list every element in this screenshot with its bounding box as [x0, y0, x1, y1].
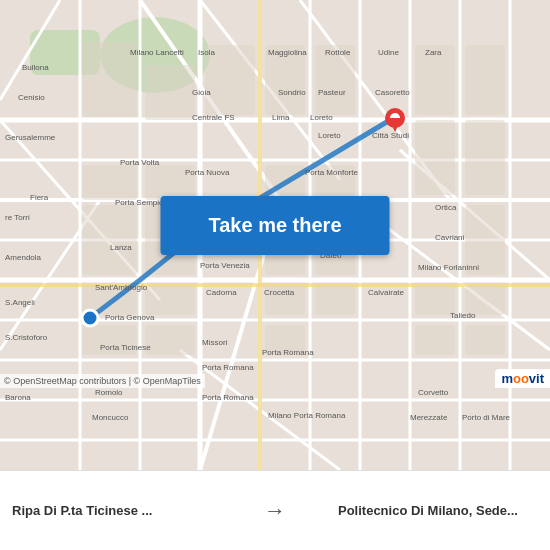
svg-text:Porta Nuova: Porta Nuova	[185, 168, 230, 177]
svg-text:Sant'Ambrogio: Sant'Ambrogio	[95, 283, 148, 292]
moovit-logo: moovit	[495, 369, 550, 388]
svg-rect-61	[465, 325, 505, 355]
svg-text:Isola: Isola	[198, 48, 215, 57]
route-arrow-icon: →	[254, 498, 296, 524]
svg-text:re Torri: re Torri	[5, 213, 30, 222]
svg-text:Loreto: Loreto	[310, 113, 333, 122]
svg-text:Loreto: Loreto	[318, 131, 341, 140]
svg-text:Centrale FS: Centrale FS	[192, 113, 235, 122]
svg-text:Gerusalemme: Gerusalemme	[5, 133, 56, 142]
svg-text:Romolo: Romolo	[95, 388, 123, 397]
svg-text:S.Angeli: S.Angeli	[5, 298, 35, 307]
svg-rect-54	[315, 285, 355, 315]
svg-rect-40	[82, 165, 137, 200]
svg-text:Porta Monforte: Porta Monforte	[305, 168, 358, 177]
svg-text:Merezzate: Merezzate	[410, 413, 448, 422]
svg-text:Pasteur: Pasteur	[318, 88, 346, 97]
moovit-text-orange: oo	[513, 371, 529, 386]
svg-rect-58	[145, 325, 195, 355]
svg-text:Sondrio: Sondrio	[278, 88, 306, 97]
origin-label: Ripa Di P.ta Ticinese ...	[12, 503, 212, 518]
svg-rect-44	[415, 120, 455, 195]
svg-text:Missorì: Missorì	[202, 338, 228, 347]
svg-text:Cenisio: Cenisio	[18, 93, 45, 102]
svg-text:Porto di Mare: Porto di Mare	[462, 413, 511, 422]
svg-text:Rottole: Rottole	[325, 48, 351, 57]
svg-text:Porta Ticinese: Porta Ticinese	[100, 343, 151, 352]
svg-text:Porta Romana: Porta Romana	[262, 348, 314, 357]
svg-rect-33	[82, 42, 137, 117]
svg-text:Crocetta: Crocetta	[264, 288, 295, 297]
svg-text:Maggiolina: Maggiolina	[268, 48, 307, 57]
svg-rect-60	[415, 325, 455, 355]
svg-rect-46	[82, 205, 137, 275]
svg-text:Bullona: Bullona	[22, 63, 49, 72]
svg-rect-34	[145, 65, 195, 120]
svg-text:Lima: Lima	[272, 113, 290, 122]
route-origin: Ripa Di P.ta Ticinese ...	[12, 503, 212, 518]
moovit-text-dark: m	[501, 371, 513, 386]
svg-text:Porta Genova: Porta Genova	[105, 313, 155, 322]
svg-text:Porta Romana: Porta Romana	[202, 393, 254, 402]
svg-text:Città Studi: Città Studi	[372, 131, 409, 140]
svg-text:Milano Porta Romana: Milano Porta Romana	[268, 411, 346, 420]
svg-rect-52	[145, 285, 195, 315]
svg-text:Gioia: Gioia	[192, 88, 211, 97]
svg-text:Porta Romana: Porta Romana	[202, 363, 254, 372]
svg-rect-55	[415, 285, 455, 315]
svg-text:Milano Forlaninni: Milano Forlaninni	[418, 263, 479, 272]
svg-text:Calvairate: Calvairate	[368, 288, 405, 297]
map-attribution: © OpenStreetMap contributors | © OpenMap…	[0, 374, 205, 388]
svg-text:Casoretto: Casoretto	[375, 88, 410, 97]
svg-point-119	[82, 310, 98, 326]
svg-text:Corvetto: Corvetto	[418, 388, 449, 397]
svg-text:Moncucco: Moncucco	[92, 413, 129, 422]
svg-text:Barona: Barona	[5, 393, 31, 402]
moovit-text-dark2: vit	[529, 371, 544, 386]
svg-rect-39	[465, 45, 505, 115]
svg-text:Ortica: Ortica	[435, 203, 457, 212]
svg-text:Amendola: Amendola	[5, 253, 42, 262]
svg-text:Cadorna: Cadorna	[206, 288, 237, 297]
svg-text:Cavriani: Cavriani	[435, 233, 465, 242]
svg-text:S.Cristoforo: S.Cristoforo	[5, 333, 48, 342]
svg-text:Porta Volta: Porta Volta	[120, 158, 160, 167]
svg-rect-45	[465, 120, 505, 195]
svg-text:Milano Lancetti: Milano Lancetti	[130, 48, 184, 57]
svg-text:Porta Venezia: Porta Venezia	[200, 261, 250, 270]
svg-text:Zara: Zara	[425, 48, 442, 57]
route-destination: Politecnico Di Milano, Sede...	[338, 503, 538, 518]
svg-text:Lanza: Lanza	[110, 243, 132, 252]
bottom-bar: Ripa Di P.ta Ticinese ... → Politecnico …	[0, 470, 550, 550]
destination-label: Politecnico Di Milano, Sede...	[338, 503, 538, 518]
take-me-there-button[interactable]: Take me there	[160, 196, 389, 255]
map-container: Bullona Gerusalemme Cenisio Fiera re Tor…	[0, 0, 550, 470]
svg-text:Udine: Udine	[378, 48, 399, 57]
svg-text:Fiera: Fiera	[30, 193, 49, 202]
svg-text:Taliedo: Taliedo	[450, 311, 476, 320]
